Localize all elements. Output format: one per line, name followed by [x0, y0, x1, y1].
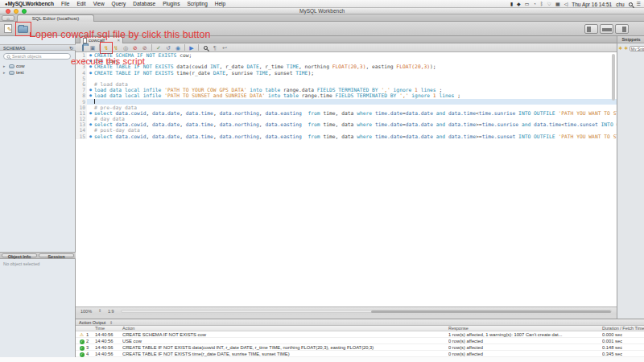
action-output-header[interactable]: Action Output ⇕ — [76, 319, 644, 326]
menu-plugins[interactable]: Plugins — [163, 1, 180, 6]
stop-icon[interactable]: ⊘ — [131, 44, 139, 51]
action-output-row[interactable]: ⚠114:40:56CREATE SCHEMA IF NOT EXISTS co… — [76, 331, 644, 338]
snippet-category-select[interactable]: My Snip — [630, 46, 644, 51]
new-sql-tab-button[interactable]: ✎ — [2, 24, 17, 34]
code-text: load data local infile 'PATH TO SUNSET a… — [94, 93, 460, 98]
refresh-schemas-icon[interactable]: ↻ — [69, 45, 73, 51]
heart-icon[interactable]: ♡ — [547, 0, 551, 8]
autocommit-icon[interactable]: ◉ — [174, 44, 182, 51]
menu-user[interactable]: chu — [616, 2, 624, 7]
schemas-label: SCHEMAS — [3, 46, 26, 51]
info-tabs: Object InfoSession — [0, 252, 76, 259]
menu-clock[interactable]: Thu Apr 16 14:51 — [572, 2, 612, 7]
zoom-stepper-icon[interactable]: ⇕ — [98, 308, 101, 313]
menu-mysqlworkbench[interactable]: MySQLWorkbench — [8, 1, 54, 6]
snippets-panel: Snippets ∗ ∗ My Snip — [617, 36, 644, 319]
action-output-row[interactable]: ✓314:40:56CREATE TABLE IF NOT EXISTS dat… — [76, 344, 644, 351]
stop-on-error-icon[interactable]: ⊘ — [141, 44, 149, 51]
horizontal-scrollbar-thumb[interactable] — [371, 311, 611, 313]
code-line-11[interactable]: 11●select data.cowid, data.date, data.ti… — [76, 110, 617, 116]
bluetooth-icon[interactable]: ᛒ — [540, 0, 543, 8]
sql-editor-tab[interactable]: SQL Editor (localhost) — [17, 14, 94, 22]
column-header-duration[interactable]: Duration / Fetch Time — [602, 326, 644, 331]
execute-script-icon[interactable]: ↯ — [102, 44, 110, 51]
code-line-8[interactable]: 8●load data local infile 'PATH TO SUNSET… — [76, 93, 617, 98]
code-line-7[interactable]: 7●load data local infile 'PATH TO YOUR C… — [76, 87, 617, 93]
menu-edit[interactable]: Edit — [76, 1, 85, 6]
toggle-bottom-panel-button[interactable] — [600, 24, 613, 34]
code-line-3[interactable]: 3●CREATE TABLE IF NOT EXISTS data(cowid … — [76, 64, 617, 69]
dropbox-icon[interactable]: ◆ — [517, 0, 521, 8]
line-number: 11 — [76, 110, 87, 116]
open-script-button[interactable] — [18, 24, 29, 34]
volume-icon[interactable]: ◁ — [564, 0, 568, 8]
code-line-1[interactable]: 1●CREATE SCHEMA IF NOT EXISTS cow; — [76, 52, 617, 58]
code-line-10[interactable]: 10# pre-day data — [76, 105, 617, 110]
row-response: 0 row(s) affected — [448, 344, 598, 351]
snippet-star-icon[interactable]: ∗ — [618, 45, 623, 51]
code-line-9[interactable]: 9 — [76, 99, 617, 105]
code-line-15[interactable]: 15●select data.cowid, data.date, data.ti… — [76, 134, 617, 139]
action-output-rows: ⚠114:40:56CREATE SCHEMA IF NOT EXISTS co… — [76, 331, 644, 357]
code-line-13[interactable]: 13●select data.cowid, data.date, data.ti… — [76, 121, 617, 127]
home-tab-button[interactable]: ⌂ — [2, 15, 14, 21]
wrap-icon[interactable]: ↩ — [221, 44, 229, 51]
toggle-left-panel-button[interactable] — [584, 24, 598, 34]
execute-current-icon[interactable]: ↯ — [112, 44, 120, 51]
action-output-row[interactable]: ✓414:40:56CREATE TABLE IF NOT EXISTS tim… — [76, 351, 644, 357]
rollback-icon[interactable]: ↺ — [164, 44, 172, 51]
right-panel-icon — [622, 27, 626, 32]
code-line-4[interactable]: 4●CREATE TABLE IF NOT EXISTS time(r_date… — [76, 70, 617, 76]
display-icon[interactable]: ▭ — [525, 0, 530, 8]
schema-item-cow[interactable]: ▸cow — [3, 63, 74, 69]
snippet-star-icon-2[interactable]: ∗ — [624, 45, 629, 51]
find-icon[interactable] — [201, 44, 209, 51]
column-header-time[interactable]: Time — [95, 326, 105, 331]
column-header-action[interactable]: Action — [122, 326, 134, 331]
invisibles-icon[interactable]: ¶ — [211, 44, 219, 51]
vertical-scrollbar[interactable] — [612, 54, 615, 101]
open-file-icon[interactable] — [79, 44, 87, 51]
code-line-14[interactable]: 14# post-day data — [76, 127, 617, 133]
column-header-response[interactable]: Response — [448, 326, 469, 331]
editor-toolbar: ▣↯↯◎⊘⊘✓↺◉▶¶↩ — [76, 43, 617, 52]
schema-item-test[interactable]: ▸test — [3, 69, 74, 76]
tab-object-info[interactable]: Object Info — [2, 253, 37, 257]
menu-file[interactable]: File — [61, 1, 69, 6]
expand-arrow-icon[interactable]: ▸ — [3, 70, 7, 75]
menu-view[interactable]: View — [93, 1, 105, 6]
menu-scripting[interactable]: Scripting — [187, 1, 207, 6]
snippets-tab[interactable]: Snippets — [617, 36, 644, 43]
flag-icon[interactable]: ▦ — [555, 0, 560, 8]
commit-icon[interactable]: ✓ — [155, 44, 163, 51]
zoom-level[interactable]: 100% — [80, 309, 92, 314]
expand-arrow-icon[interactable]: ▸ — [3, 64, 7, 68]
code-line-5[interactable]: 5 — [76, 76, 617, 81]
code-line-6[interactable]: 6# load data — [76, 81, 617, 87]
battery-icon[interactable]: ▮ — [510, 0, 513, 8]
toggle-right-panel-button[interactable] — [615, 24, 629, 34]
menu-help[interactable]: Help — [215, 1, 225, 6]
schema-search-input[interactable]: Search objects — [3, 53, 71, 60]
schema-icon — [9, 64, 14, 68]
spotlight-search-icon[interactable] — [629, 2, 633, 6]
notification-center-icon[interactable]: ☰ — [637, 0, 641, 8]
code-area[interactable]: 1●CREATE SCHEMA IF NOT EXISTS cow;2●USE … — [76, 52, 617, 298]
code-line-2[interactable]: 2●USE cow; — [76, 58, 617, 64]
statement-marker — [87, 116, 94, 121]
window-title-bar[interactable]: MySQL Workbench — [0, 8, 644, 14]
save-icon[interactable]: ▣ — [89, 44, 97, 51]
timemachine-icon[interactable]: ◔ — [533, 0, 536, 8]
action-output-row[interactable]: ✓214:40:56USE cow0 row(s) affected0.001 … — [76, 338, 644, 344]
menu-status-area: ▮◆▭◔ᛒ♡▦◁ Thu Apr 16 14:51 chu ☰ — [510, 0, 641, 8]
explain-icon[interactable]: ◎ — [122, 44, 130, 51]
horizontal-scrollbar[interactable] — [121, 310, 612, 313]
save-snippet-icon[interactable]: ▶ — [188, 44, 196, 51]
code-text: select data.cowid, data.date, data.time,… — [94, 110, 617, 116]
menu-query[interactable]: Query — [112, 1, 126, 6]
action-output-stepper-icon[interactable]: ⇕ — [109, 319, 113, 326]
menu-database[interactable]: Database — [133, 1, 155, 6]
code-line-12[interactable]: 12# day data — [76, 116, 617, 121]
toolbar-separator — [99, 44, 100, 51]
tab-session[interactable]: Session — [39, 253, 74, 257]
